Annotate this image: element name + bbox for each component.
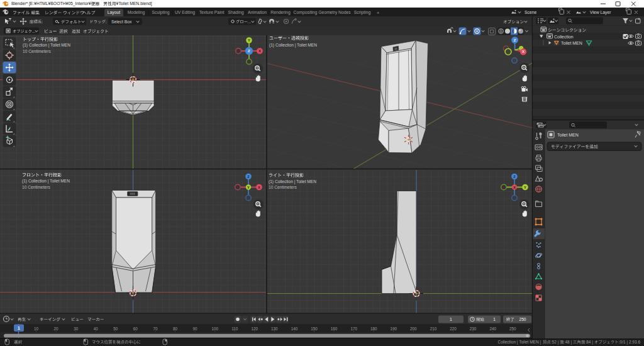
svg-text:UV Editing: UV Editing — [175, 10, 195, 15]
svg-text:10 Centimeters: 10 Centimeters — [23, 49, 51, 53]
svg-text:Y: Y — [524, 186, 526, 189]
svg-text:Scripting: Scripting — [354, 10, 371, 15]
svg-text:100: 100 — [211, 326, 218, 331]
svg-text:Collection | Toilet MEN |: Collection | Toilet MEN | — [498, 340, 541, 345]
svg-text:10 Centimeters: 10 Centimeters — [22, 185, 50, 189]
svg-text:40: 40 — [94, 326, 99, 331]
svg-text:1: 1 — [18, 326, 20, 330]
svg-text:(1) Collection | Toilet MEN: (1) Collection | Toilet MEN — [22, 179, 70, 184]
svg-text:(1) Collection | Toilet MEN: (1) Collection | Toilet MEN — [23, 43, 70, 48]
svg-text::0/1 | 2.93.6: :0/1 | 2.93.6 — [619, 340, 641, 345]
svg-text:190: 190 — [391, 326, 397, 331]
svg-text:220: 220 — [450, 326, 457, 331]
svg-text:Y: Y — [248, 38, 250, 42]
svg-text:240: 240 — [489, 326, 496, 331]
svg-text:120: 120 — [252, 326, 258, 331]
svg-text:Shading: Shading — [228, 10, 244, 15]
svg-text:70: 70 — [153, 326, 158, 331]
svg-text:140: 140 — [291, 326, 298, 331]
svg-text:180: 180 — [370, 326, 377, 331]
svg-text:¥Toilet MEN.blend]: ¥Toilet MEN.blend] — [116, 1, 152, 6]
svg-text:60: 60 — [133, 326, 138, 331]
svg-text:Select Box: Select Box — [111, 20, 132, 24]
svg-text:1: 1 — [450, 317, 452, 321]
svg-text:250: 250 — [519, 317, 526, 321]
svg-text:150: 150 — [311, 326, 318, 331]
svg-text:(1) Collection | Toilet MEN: (1) Collection | Toilet MEN — [269, 179, 316, 184]
svg-text:Toilet MEN: Toilet MEN — [561, 41, 582, 45]
svg-text:160: 160 — [331, 326, 338, 331]
svg-text:10 Centimeters: 10 Centimeters — [269, 185, 297, 189]
svg-text:Toilet MEN: Toilet MEN — [557, 133, 579, 137]
svg-text:X: X — [513, 186, 516, 189]
svg-text:+: + — [377, 10, 380, 16]
svg-text:10: 10 — [34, 326, 39, 331]
svg-text:Animation: Animation — [248, 10, 267, 14]
svg-text:80: 80 — [173, 326, 178, 331]
svg-text:Z: Z — [248, 48, 250, 53]
svg-text:30: 30 — [74, 326, 79, 331]
svg-text:X: X — [522, 50, 525, 53]
svg-text:X: X — [258, 49, 261, 53]
svg-text:170: 170 — [350, 326, 357, 331]
svg-text:(1) Collection | Toilet MEN: (1) Collection | Toilet MEN — [269, 43, 317, 48]
svg-text:Collection: Collection — [554, 35, 574, 39]
svg-text:130: 130 — [271, 326, 278, 331]
svg-text:90: 90 — [193, 326, 198, 331]
svg-text:Y: Y — [247, 186, 250, 189]
svg-text:Z: Z — [513, 175, 516, 179]
svg-text:Rendering: Rendering — [270, 10, 291, 15]
svg-text:View Layer: View Layer — [590, 10, 611, 15]
svg-text:Z: Z — [247, 175, 250, 179]
svg-text::52 |: :52 | — [551, 340, 559, 345]
svg-text::84 |: :84 | — [585, 340, 593, 345]
svg-text:Modeling: Modeling — [128, 10, 145, 15]
svg-text:Texture Paint: Texture Paint — [199, 10, 225, 14]
svg-text:110: 110 — [231, 326, 238, 331]
svg-text:1: 1 — [493, 317, 496, 321]
svg-text:230: 230 — [470, 326, 477, 331]
svg-text:Blender* [E:¥HTML¥BOOTH¥05_Int: Blender* [E:¥HTML¥BOOTH¥05_Interior¥ — [11, 1, 91, 6]
svg-text::48 |: :48 | — [564, 340, 572, 345]
svg-text:50: 50 — [113, 326, 118, 331]
svg-text:Z: Z — [514, 38, 516, 42]
svg-text:Layout: Layout — [108, 10, 121, 15]
svg-text:210: 210 — [430, 326, 437, 331]
svg-text:Sculpting: Sculpting — [152, 10, 170, 15]
svg-text:X: X — [258, 186, 260, 189]
svg-text:250: 250 — [509, 326, 516, 331]
svg-text:Scene: Scene — [525, 10, 536, 14]
svg-text:Geometry Nodes: Geometry Nodes — [318, 10, 351, 15]
svg-text:200: 200 — [410, 326, 417, 331]
svg-text:Compositing: Compositing — [294, 10, 318, 15]
svg-text:20: 20 — [54, 326, 59, 331]
